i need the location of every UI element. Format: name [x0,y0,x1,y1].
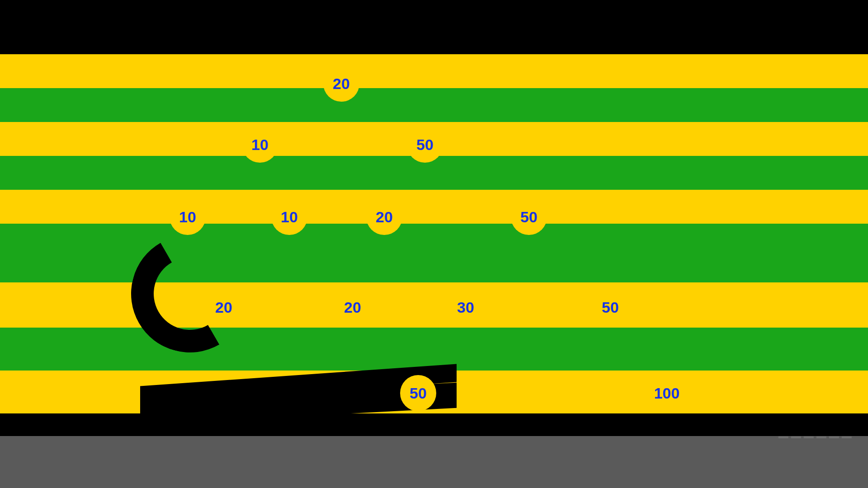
baseline-divider [0,413,868,436]
ground-gray [0,436,868,488]
peg-target[interactable]: 50 [511,199,547,235]
stripe-g4 [0,328,868,371]
peg-target[interactable]: 10 [170,199,206,235]
peg-target[interactable]: 20 [366,199,402,235]
peg-target[interactable]: 100 [649,375,685,411]
stripe-g1 [0,88,868,122]
stripe-y1 [0,54,868,88]
peg-target[interactable]: 20 [206,289,242,325]
peg-target[interactable]: 50 [592,289,628,325]
stripe-y4 [0,282,868,328]
peg-target[interactable]: 10 [242,127,278,163]
peg-target[interactable]: 50 [400,375,436,411]
stripe-g2 [0,156,868,190]
game-stage: 20 10 50 10 10 20 50 20 20 30 50 50 100 … [0,0,868,488]
stripe-top-black [0,0,868,54]
peg-target[interactable]: 20 [335,289,371,325]
stripe-g3 [0,224,868,282]
peg-target[interactable]: 20 [323,66,359,102]
peg-target[interactable]: 30 [448,289,484,325]
footer-mark: ▁▁▁▁▁▁ [778,423,854,438]
stripe-y3 [0,190,868,224]
peg-target[interactable]: 50 [407,127,443,163]
peg-target[interactable]: 10 [271,199,307,235]
